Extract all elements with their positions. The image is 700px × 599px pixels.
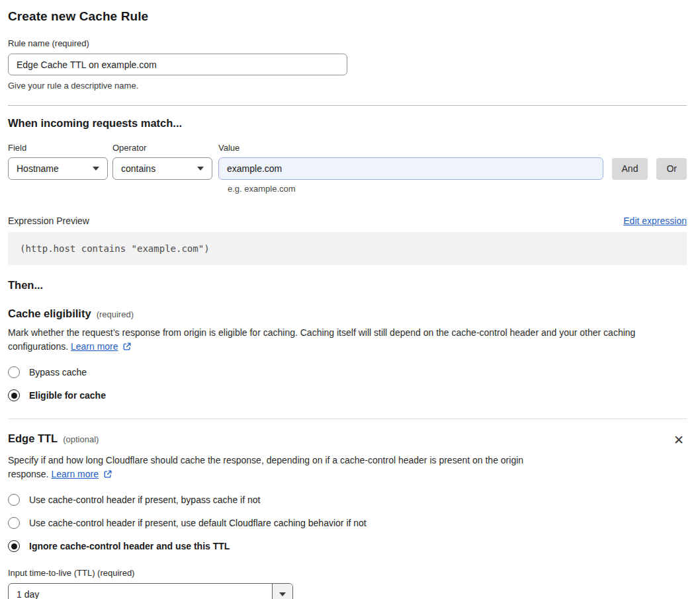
field-label: Field xyxy=(8,143,112,153)
operator-select-value: contains xyxy=(121,163,155,174)
value-label: Value xyxy=(218,143,240,153)
rule-name-input[interactable] xyxy=(8,54,347,75)
external-link-icon xyxy=(122,341,132,355)
rule-name-label: Rule name (required) xyxy=(8,38,687,48)
radio-option-ignore-header-use-ttl[interactable]: Ignore cache-control header and use this… xyxy=(8,540,687,552)
chevron-down-icon xyxy=(279,592,286,596)
operator-select[interactable]: contains xyxy=(112,157,212,180)
cache-eligibility-required-tag: (required) xyxy=(97,309,134,319)
radio-option-label: Use cache-control header if present, use… xyxy=(29,518,367,528)
edge-ttl-description: Specify if and how long Cloudflare shoul… xyxy=(8,454,556,483)
radio-option-use-header-bypass[interactable]: Use cache-control header if present, byp… xyxy=(8,494,687,506)
create-cache-rule-form: Create new Cache Rule Rule name (require… xyxy=(0,0,700,599)
radio-option-use-header-default[interactable]: Use cache-control header if present, use… xyxy=(8,517,687,529)
radio-option-label: Use cache-control header if present, byp… xyxy=(29,495,260,505)
close-icon[interactable]: ✕ xyxy=(671,432,687,448)
ttl-select-arrow-button[interactable] xyxy=(272,584,292,599)
radio-option-label: Bypass cache xyxy=(29,367,87,378)
edge-ttl-header: Edge TTL (optional) ✕ xyxy=(8,432,687,448)
ttl-input-label: Input time-to-live (TTL) (required) xyxy=(8,568,687,578)
chevron-down-icon xyxy=(93,167,99,171)
chevron-down-icon xyxy=(197,167,204,171)
page-title: Create new Cache Rule xyxy=(8,9,687,24)
radio-unselected-icon xyxy=(8,517,20,529)
section-divider xyxy=(8,105,687,106)
expression-preview-label: Expression Preview xyxy=(8,216,89,226)
edit-expression-link[interactable]: Edit expression xyxy=(623,216,687,226)
external-link-icon xyxy=(103,469,112,483)
then-heading: Then... xyxy=(8,279,687,292)
expression-code: (http.host contains "example.com") xyxy=(8,232,687,265)
radio-option-label: Eligible for cache xyxy=(29,390,106,401)
cache-eligibility-title: Cache eligibility xyxy=(8,307,91,320)
ttl-select[interactable]: 1 day xyxy=(8,583,293,599)
field-select[interactable]: Hostname xyxy=(8,157,108,180)
or-button[interactable]: Or xyxy=(656,158,687,180)
radio-selected-icon xyxy=(8,389,20,401)
ttl-select-value: 1 day xyxy=(9,584,272,599)
radio-option-bypass-cache[interactable]: Bypass cache xyxy=(8,366,687,378)
radio-option-label: Ignore cache-control header and use this… xyxy=(29,541,230,551)
value-input[interactable] xyxy=(218,157,603,180)
match-labels-row: Field Operator Value xyxy=(8,143,687,153)
edge-ttl-learn-more-link[interactable]: Learn more xyxy=(51,469,99,479)
value-helper: e.g. example.com xyxy=(228,184,687,194)
radio-unselected-icon xyxy=(8,366,20,378)
radio-option-eligible-for-cache[interactable]: Eligible for cache xyxy=(8,389,687,401)
radio-selected-icon xyxy=(8,540,20,552)
match-heading: When incoming requests match... xyxy=(8,117,687,130)
radio-unselected-icon xyxy=(8,494,20,506)
operator-label: Operator xyxy=(112,143,218,153)
cache-eligibility-header: Cache eligibility (required) xyxy=(8,307,687,320)
and-button[interactable]: And xyxy=(612,158,648,180)
edge-ttl-title-group: Edge TTL (optional) xyxy=(8,432,99,445)
expression-row: Expression Preview Edit expression xyxy=(8,216,687,226)
match-controls-row: Hostname contains And Or xyxy=(8,157,687,180)
edge-ttl-title: Edge TTL xyxy=(8,432,58,445)
rule-name-helper: Give your rule a descriptive name. xyxy=(8,81,687,91)
field-select-value: Hostname xyxy=(17,163,59,174)
cache-eligibility-description: Mark whether the request’s response from… xyxy=(8,326,675,355)
section-divider xyxy=(8,419,687,419)
cache-eligibility-learn-more-link[interactable]: Learn more xyxy=(71,341,118,352)
edge-ttl-optional-tag: (optional) xyxy=(63,434,99,444)
